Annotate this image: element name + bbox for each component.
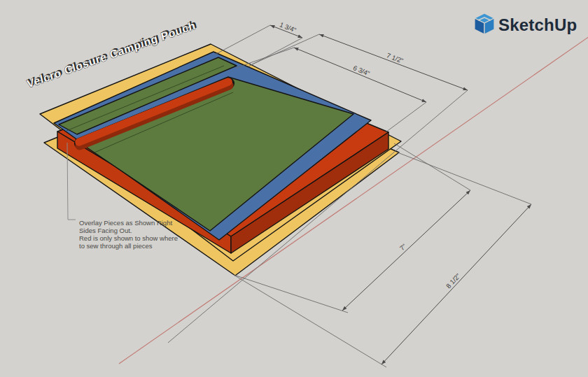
model-viewport-canvas[interactable]: 1 3/4" 7 1/2" 6 3/4" 7" 8 1/2" Overlay P… [0,0,588,377]
annotation-line-2: Sides Facing Out. [79,227,132,234]
annotation-line-1: Overlay Pieces as Shown Right [79,219,172,227]
annotation-line-3: Red is only shown to show where [79,234,178,242]
sketchup-logo[interactable]: SketchUp [475,13,577,34]
sketchup-viewport-stage: 1 3/4" 7 1/2" 6 3/4" 7" 8 1/2" Overlay P… [0,0,588,377]
sketchup-cube-icon [475,13,494,34]
sketchup-logo-wordmark: SketchUp [498,15,577,34]
annotation-line-4: to sew through all pieces [79,242,153,250]
